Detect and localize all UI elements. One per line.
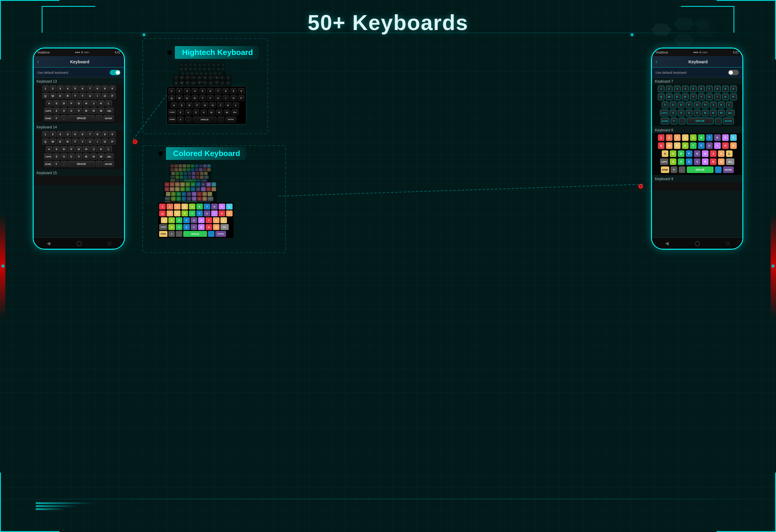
keyboard-9 xyxy=(652,182,742,191)
key-7[interactable]: 7 xyxy=(87,85,93,92)
hightech-panel: Hightech Keyboard 1234567890 QWERTYUIOP … xyxy=(167,46,271,146)
kb14-key-2[interactable]: 2 xyxy=(50,131,56,138)
key-x[interactable]: X xyxy=(61,107,67,114)
keyboard-15-label: Keyboard 15 xyxy=(34,169,124,176)
key-w[interactable]: W xyxy=(50,93,56,99)
left-phone-content[interactable]: Keyboard 13 1 2 3 4 5 6 7 8 9 0 Q W E R xyxy=(34,77,124,249)
key-h[interactable]: H xyxy=(83,100,89,107)
right-toggle-knob xyxy=(729,70,733,75)
key-3[interactable]: 3 xyxy=(57,85,64,92)
svg-line-1 xyxy=(276,184,643,196)
key-s[interactable]: S xyxy=(53,100,60,107)
right-phone-header-title: Keyboard xyxy=(657,59,739,64)
keyboard-9-label: Keyboard 9 xyxy=(652,175,742,182)
key-comma[interactable]: , xyxy=(61,115,67,121)
key-q[interactable]: Q xyxy=(42,93,49,99)
key-0[interactable]: 0 xyxy=(109,85,116,92)
kb14-key-8[interactable]: 8 xyxy=(94,131,101,138)
kb7-row-numbers: 1234567890 xyxy=(653,85,741,92)
key-p[interactable]: P xyxy=(109,93,116,99)
ht-kb-front: 1234567890 QWERTYUIOP ASDFGHJKL CAPSZXCV… xyxy=(167,86,246,124)
wifi-icon: ⊛ xyxy=(81,51,83,54)
kb14-key-1[interactable]: 1 xyxy=(42,131,49,138)
key-6[interactable]: 6 xyxy=(79,85,86,92)
toggle-knob xyxy=(116,70,120,75)
key-l[interactable]: L xyxy=(105,100,112,107)
key-v[interactable]: V xyxy=(75,107,82,114)
key-done[interactable]: DONE xyxy=(44,115,52,121)
keyboard-13-label: Keyboard 13 xyxy=(34,77,124,84)
keyboard-14-label: Keyboard 14 xyxy=(34,123,124,130)
right-phone-toggle-switch[interactable] xyxy=(728,70,739,75)
kb14-key-9[interactable]: 9 xyxy=(102,131,108,138)
key-2[interactable]: 2 xyxy=(50,85,56,92)
kb14-key-7[interactable]: 7 xyxy=(87,131,93,138)
right-phone-carrier: Vodafone xyxy=(655,51,668,54)
hightech-panel-header: Hightech Keyboard xyxy=(167,46,271,59)
hightech-label: Hightech Keyboard xyxy=(175,46,260,59)
right-wifi-icon: ⊛ xyxy=(699,51,702,54)
key-5[interactable]: 5 xyxy=(72,85,78,92)
key-4[interactable]: 4 xyxy=(64,85,71,92)
nav-recents-icon[interactable]: □ xyxy=(108,241,111,246)
key-b[interactable]: B xyxy=(83,107,89,114)
nav-back-icon[interactable]: ◀ xyxy=(47,240,50,246)
kb14-key-5[interactable]: 5 xyxy=(72,131,78,138)
progress-bar-2 xyxy=(36,505,77,507)
key-k[interactable]: K xyxy=(98,100,105,107)
key-j[interactable]: J xyxy=(90,100,97,107)
right-nav-home-icon[interactable]: ◯ xyxy=(695,240,700,246)
key-i[interactable]: I xyxy=(94,93,101,99)
kb14-key-0[interactable]: 0 xyxy=(109,131,116,138)
left-phone-toggle-switch[interactable] xyxy=(110,70,121,75)
kb7-row-caps: CAPSZXCVBNMDEL xyxy=(653,109,741,116)
kb7-row-asdf: ASDFGHJKL xyxy=(653,101,741,108)
key-d[interactable]: D xyxy=(61,100,67,107)
kb14-key-6[interactable]: 6 xyxy=(79,131,86,138)
kb8-row-caps: CAPS Z X C V B N M DEL xyxy=(653,158,741,165)
key-a[interactable]: A xyxy=(46,100,52,107)
battery-icon: 100+ xyxy=(84,51,89,54)
key-dot[interactable]: . xyxy=(96,115,102,121)
key-8[interactable]: 8 xyxy=(94,85,101,92)
hightech-diamond-icon xyxy=(167,50,173,56)
kb14-row-numbers: 1 2 3 4 5 6 7 8 9 0 xyxy=(35,131,123,138)
right-phone-toggle-row: Use default keyboard xyxy=(652,67,742,77)
kb14-key-4[interactable]: 4 xyxy=(64,131,71,138)
key-u[interactable]: U xyxy=(87,93,93,99)
right-phone-content[interactable]: Keyboard 7 1234567890 QWERTYUIOP ASDFGHJ… xyxy=(652,77,742,249)
left-phone-toggle-row: Use default keyboard xyxy=(34,67,124,77)
left-phone-status-bar: Vodafone ●●● ⊛ 100+ 4:42 xyxy=(34,48,124,56)
key-f[interactable]: F xyxy=(68,100,75,107)
key-c[interactable]: C xyxy=(68,107,75,114)
key-e[interactable]: E xyxy=(57,93,64,99)
key-m[interactable]: M xyxy=(98,107,105,114)
dot-accent-1 xyxy=(143,34,145,36)
key-caps[interactable]: CAPS xyxy=(44,107,52,114)
key-t[interactable]: T xyxy=(72,93,78,99)
keyboard-8: 1 2 3 4 5 6 7 8 9 0 Q W E R T Y U I O xyxy=(652,133,742,175)
key-hash[interactable]: # xyxy=(53,115,60,121)
right-nav-back-icon[interactable]: ◀ xyxy=(665,240,668,246)
key-space[interactable]: SPACE xyxy=(68,115,95,121)
key-y[interactable]: Y xyxy=(79,93,86,99)
signal-icon: ●●● xyxy=(75,51,80,54)
right-phone-time: 5:07 xyxy=(733,51,739,54)
dot-accent-2 xyxy=(631,34,633,36)
key-r[interactable]: R xyxy=(64,93,71,99)
key-enter[interactable]: ENTER xyxy=(103,115,114,121)
kb14-row-qwerty: QWERTYUIOP xyxy=(35,139,123,145)
kb13-row-caps: CAPS Z X C V B N M DEL xyxy=(35,107,123,114)
key-n[interactable]: N xyxy=(90,107,97,114)
right-nav-recents-icon[interactable]: □ xyxy=(726,241,729,246)
key-g[interactable]: G xyxy=(75,100,82,107)
key-o[interactable]: O xyxy=(102,93,108,99)
key-z[interactable]: Z xyxy=(53,107,60,114)
key-9[interactable]: 9 xyxy=(102,85,108,92)
hightech-keyboard-stack: 1234567890 QWERTYUIOP ASDFGHJKL CAPSZXCV… xyxy=(167,62,271,146)
kb8-row-qwerty: Q W E R T Y U I O P xyxy=(653,142,741,149)
nav-home-icon[interactable]: ◯ xyxy=(76,240,82,246)
key-del[interactable]: DEL xyxy=(105,107,114,114)
kb14-key-3[interactable]: 3 xyxy=(57,131,64,138)
key-1[interactable]: 1 xyxy=(42,85,49,92)
